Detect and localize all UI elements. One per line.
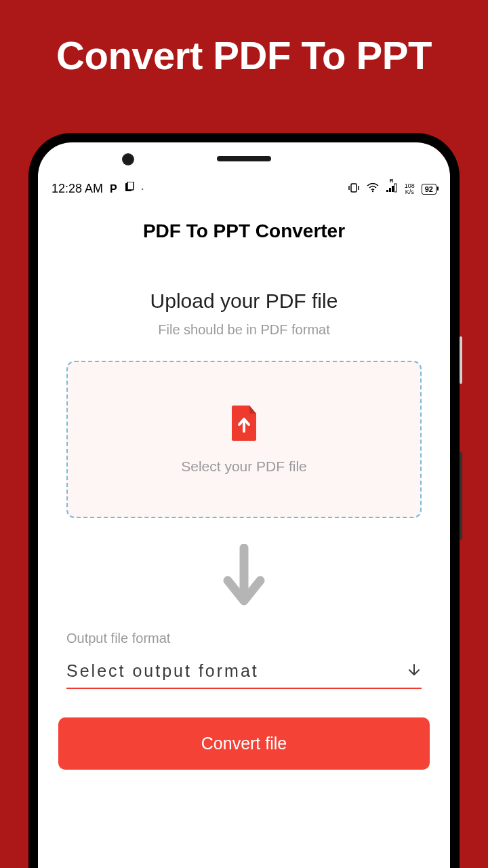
network-rate: 108 K/s	[405, 183, 415, 195]
convert-button[interactable]: Convert file	[58, 717, 430, 770]
phone-side-button	[460, 452, 462, 540]
vibrate-icon	[348, 182, 360, 196]
upload-subtitle: File should be in PDF format	[38, 322, 450, 338]
camera-icon	[122, 153, 134, 165]
svg-rect-9	[394, 184, 396, 192]
dropzone-label: Select your PDF file	[181, 458, 307, 475]
status-bar: 12:28 AM P • R 108	[38, 167, 450, 200]
battery-icon: 92	[422, 184, 436, 195]
file-dropzone[interactable]: Select your PDF file	[66, 361, 422, 518]
status-right: R 108 K/s 92	[348, 182, 436, 196]
svg-rect-7	[389, 188, 391, 192]
phone-side-button	[460, 336, 462, 384]
output-format-select[interactable]: Select output format	[66, 661, 422, 689]
chevron-down-icon	[407, 663, 422, 680]
svg-rect-2	[351, 184, 357, 192]
speaker-icon	[217, 156, 271, 161]
app-title: PDF To PPT Converter	[38, 220, 450, 242]
svg-rect-1	[127, 182, 134, 190]
status-time: 12:28 AM	[52, 182, 103, 196]
powerpoint-icon	[124, 182, 135, 196]
svg-rect-6	[386, 190, 388, 192]
file-upload-icon	[226, 404, 262, 445]
phone-screen: 12:28 AM P • R 108	[38, 142, 450, 868]
status-left: 12:28 AM P •	[52, 182, 144, 196]
signal-icon: R	[386, 182, 398, 196]
phone-frame: 12:28 AM P • R 108	[28, 133, 460, 868]
status-app-icon: P	[110, 183, 117, 195]
phone-notch	[217, 156, 271, 161]
output-format-label: Output file format	[66, 631, 422, 646]
svg-point-5	[372, 191, 373, 192]
upload-heading: Upload your PDF file	[38, 290, 450, 313]
hero-title: Convert PDF To PPT	[0, 0, 488, 78]
select-placeholder: Select output format	[66, 661, 259, 681]
svg-rect-8	[392, 186, 394, 192]
arrow-down-icon	[38, 544, 450, 606]
status-dot-icon: •	[142, 186, 144, 192]
wifi-icon	[367, 182, 379, 196]
